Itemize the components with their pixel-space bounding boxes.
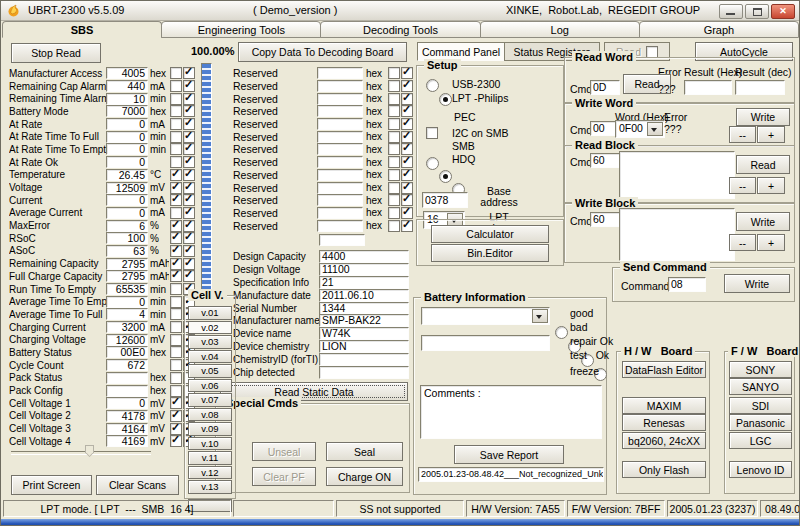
reserved-row-checkbox-1[interactable] — [388, 93, 400, 105]
write-block-write-button[interactable]: Write — [736, 212, 790, 231]
sbs-row-checkbox-1[interactable] — [170, 308, 182, 320]
reserved-row-checkbox-2[interactable] — [401, 220, 413, 232]
hw-button-renesas[interactable]: Renesas — [622, 414, 706, 431]
sbs-row-value-field[interactable] — [106, 372, 148, 384]
read-word-cmd-field[interactable]: 0D — [590, 80, 620, 95]
reserved-row-checkbox-1[interactable] — [388, 156, 400, 168]
static-field-value[interactable]: W74K — [319, 327, 409, 340]
read-block-decrement-button[interactable]: -- — [729, 177, 756, 194]
setup-radio-i2c-on-smb[interactable] — [426, 157, 439, 170]
sbs-row-checkbox-1[interactable] — [170, 321, 182, 333]
reserved-row-checkbox-1[interactable] — [388, 131, 400, 143]
sbs-row-checkbox-1[interactable] — [170, 359, 182, 371]
sbs-row-value-field[interactable] — [106, 385, 148, 397]
reserved-row-checkbox-1[interactable] — [388, 67, 400, 79]
reserved-row-checkbox-1[interactable] — [388, 207, 400, 219]
hw-button-bq2060-24cxx[interactable]: bq2060, 24cXX — [622, 432, 706, 449]
send-command-write-button[interactable]: Write — [724, 274, 790, 293]
charge-on-button[interactable]: Charge ON — [326, 467, 403, 486]
sbs-row-value-field[interactable]: 0 — [106, 194, 148, 206]
copy-data-button[interactable]: Copy Data To Decoding Board — [238, 42, 407, 62]
reserved-row-value-field[interactable] — [317, 143, 363, 155]
write-block-increment-button[interactable]: + — [757, 234, 785, 251]
reserved-row-value-field[interactable] — [317, 105, 363, 117]
sbs-row-value-field[interactable]: 4 — [106, 308, 148, 320]
sbs-row-value-field[interactable]: 0 — [106, 296, 148, 308]
cell-v-button-v09[interactable]: v.09 — [188, 422, 232, 436]
sbs-row-value-field[interactable]: 4178 — [106, 410, 148, 422]
reserved-row-checkbox-1[interactable] — [388, 105, 400, 117]
static-field-value[interactable]: 11100 — [319, 263, 409, 276]
sbs-row-checkbox-1[interactable] — [170, 118, 182, 130]
write-word-decrement-button[interactable]: -- — [729, 126, 756, 143]
sbs-row-checkbox-1[interactable] — [170, 105, 182, 117]
sbs-row-value-field[interactable]: 65535 — [106, 283, 148, 295]
hw-button-only-flash[interactable]: Only Flash — [622, 461, 706, 478]
maximize-button[interactable] — [745, 4, 769, 19]
scan-slider-track[interactable] — [11, 451, 151, 455]
sbs-row-value-field[interactable]: 0 — [106, 118, 148, 130]
sbs-row-value-field[interactable]: 0 — [106, 207, 148, 219]
dropdown-arrow-icon[interactable] — [532, 309, 548, 323]
static-field-value[interactable]: 2011.06.10 — [319, 289, 409, 302]
write-word-increment-button[interactable]: + — [757, 126, 785, 143]
reserved-row-checkbox-1[interactable] — [388, 80, 400, 92]
sbs-row-value-field[interactable]: 100 — [106, 232, 148, 244]
sbs-row-value-field[interactable]: 63 — [106, 245, 148, 257]
reserved-row-value-field[interactable] — [317, 207, 363, 219]
write-word-write-button[interactable]: Write — [736, 108, 790, 126]
cell-v-button-v01[interactable]: v.01 — [188, 306, 232, 320]
read-word-result-dec-field[interactable] — [735, 80, 785, 95]
clear-scans-button[interactable]: Clear Scans — [96, 475, 179, 495]
sbs-row-value-field[interactable]: 10 — [106, 93, 148, 105]
sbs-row-value-field[interactable]: 00E0 — [106, 346, 148, 358]
tab-decoding-tools[interactable]: Decoding Tools — [320, 21, 480, 38]
sbs-row-checkbox-1[interactable] — [170, 93, 182, 105]
cell-v-button-v06[interactable]: v.06 — [188, 379, 232, 393]
cell-v-button-v12[interactable]: v.12 — [188, 466, 232, 480]
fw-button-panasonic[interactable]: Panasonic — [729, 414, 792, 431]
cell-v-button-v04[interactable]: v.04 — [188, 350, 232, 364]
cell-v-button-v11[interactable]: v.11 — [188, 451, 232, 465]
reserved-row-value-field[interactable] — [317, 67, 363, 79]
report-filename-field[interactable]: 2005.01.23-08.48.42___Not_recognized_Unk… — [418, 467, 604, 482]
lpt-address-field[interactable]: 0378 — [422, 192, 468, 208]
sbs-row-value-field[interactable]: 2795 — [106, 270, 148, 282]
sbs-row-value-field[interactable]: 4164 — [106, 423, 148, 435]
sbs-row-value-field[interactable]: 0 — [106, 131, 148, 143]
minimize-button[interactable] — [719, 4, 743, 19]
reserved-row-checkbox-1[interactable] — [388, 118, 400, 130]
fw-button-lgc[interactable]: LGC — [729, 432, 792, 449]
sbs-row-checkbox-1[interactable] — [170, 372, 182, 384]
comments-area[interactable]: Comments : — [420, 385, 602, 439]
reserved-row-value-field[interactable] — [317, 93, 363, 105]
tab-log[interactable]: Log — [480, 21, 640, 38]
setup-radio-smb[interactable] — [439, 170, 452, 183]
read-block-cmd-field[interactable]: 60 — [590, 153, 620, 168]
sbs-row-value-field[interactable]: 2795 — [106, 258, 148, 270]
fw-button-sony[interactable]: SONY — [729, 361, 792, 378]
setup-radio-usb-2300[interactable] — [426, 79, 439, 92]
read-block-data-area[interactable] — [619, 151, 735, 199]
battery-info-field[interactable] — [421, 335, 550, 351]
sbs-row-checkbox-1[interactable] — [170, 67, 182, 79]
tab-engineering-tools[interactable]: Engineering Tools — [161, 21, 321, 38]
tab-graph[interactable]: Graph — [639, 21, 799, 38]
static-field-value[interactable] — [319, 353, 409, 366]
bin-editor-button[interactable]: Bin.Editor — [431, 244, 549, 262]
pec-checkbox[interactable] — [426, 127, 438, 139]
sbs-row-value-field[interactable]: 12600 — [106, 334, 148, 346]
sbs-row-value-field[interactable]: 12509 — [106, 182, 148, 194]
sbs-row-value-field[interactable]: 7000 — [106, 105, 148, 117]
fw-button-lenovo-id[interactable]: Lenovo ID — [729, 461, 792, 478]
sbs-row-checkbox-1[interactable] — [170, 334, 182, 346]
read-block-increment-button[interactable]: + — [757, 177, 785, 194]
sbs-row-value-field[interactable]: 0 — [106, 143, 148, 155]
reserved-row-checkbox-1[interactable] — [388, 182, 400, 194]
cell-v-button-v05[interactable]: v.05 — [188, 364, 232, 378]
write-word-word-dropdown[interactable]: 0F00 — [615, 120, 665, 138]
reserved-row-value-field[interactable] — [317, 182, 363, 194]
battery-radio-good[interactable] — [555, 326, 568, 339]
hw-button-dataflash-editor[interactable]: DataFlash Editor — [622, 361, 706, 378]
battery-info-dropdown-1[interactable] — [421, 307, 550, 325]
